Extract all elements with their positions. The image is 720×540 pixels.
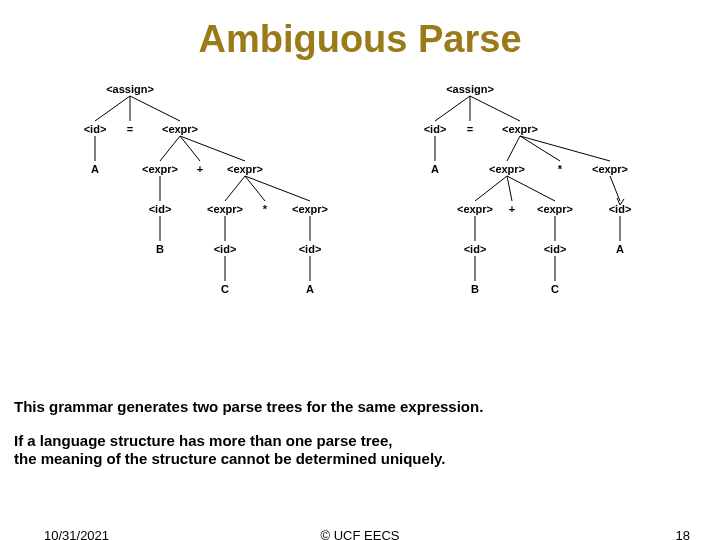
rt-id3: <id> [464,243,487,255]
rt-expr4: <expr> [457,203,493,215]
rt-eq: = [467,123,473,135]
rt-assign: <assign> [446,83,494,95]
svg-line-0 [95,96,130,121]
svg-line-22 [520,136,610,161]
lt-expr1: <expr> [162,123,198,135]
rt-A1: A [431,163,439,175]
svg-line-24 [507,176,512,201]
footer-copyright: © UCF EECS [321,528,400,540]
lt-B: B [156,243,164,255]
svg-line-21 [520,136,560,161]
explanation-line-2: If a language structure has more than on… [14,432,392,449]
svg-line-4 [160,136,180,161]
explanation-line-3: the meaning of the structure cannot be d… [14,450,445,467]
lt-id2: <id> [149,203,172,215]
rt-expr1: <expr> [502,123,538,135]
svg-line-20 [507,136,520,161]
slide-title: Ambiguous Parse [0,18,720,61]
rt-star: * [558,163,562,175]
rt-expr3: <expr> [592,163,628,175]
svg-line-18 [470,96,520,121]
parse-tree-diagram: <assign> <id> = <expr> A <expr> + <expr>… [0,61,720,381]
lt-C: C [221,283,229,295]
rt-expr5: <expr> [537,203,573,215]
svg-line-8 [225,176,245,201]
lt-A1: A [91,163,99,175]
lt-id1: <id> [84,123,107,135]
rt-id4: <id> [544,243,567,255]
svg-line-23 [475,176,507,201]
svg-line-2 [130,96,180,121]
footer-date: 10/31/2021 [44,528,109,540]
explanation-line-1: This grammar generates two parse trees f… [14,398,483,415]
lt-expr4: <expr> [207,203,243,215]
rt-id1: <id> [424,123,447,135]
lt-id4: <id> [299,243,322,255]
rt-id2: <id> [609,203,632,215]
lt-assign: <assign> [106,83,154,95]
lt-expr5: <expr> [292,203,328,215]
rt-expr2: <expr> [489,163,525,175]
lt-A2: A [306,283,314,295]
tree-connectors [0,61,720,381]
lt-id3: <id> [214,243,237,255]
rt-B: B [471,283,479,295]
lt-star: * [263,203,267,215]
svg-line-26 [610,176,620,201]
lt-eq: = [127,123,133,135]
svg-line-16 [435,96,470,121]
lt-expr2: <expr> [142,163,178,175]
rt-plus: + [509,203,515,215]
rt-C: C [551,283,559,295]
svg-line-25 [507,176,555,201]
lt-plus: + [197,163,203,175]
footer-page-number: 18 [676,528,690,540]
rt-A2: A [616,243,624,255]
lt-expr3: <expr> [227,163,263,175]
